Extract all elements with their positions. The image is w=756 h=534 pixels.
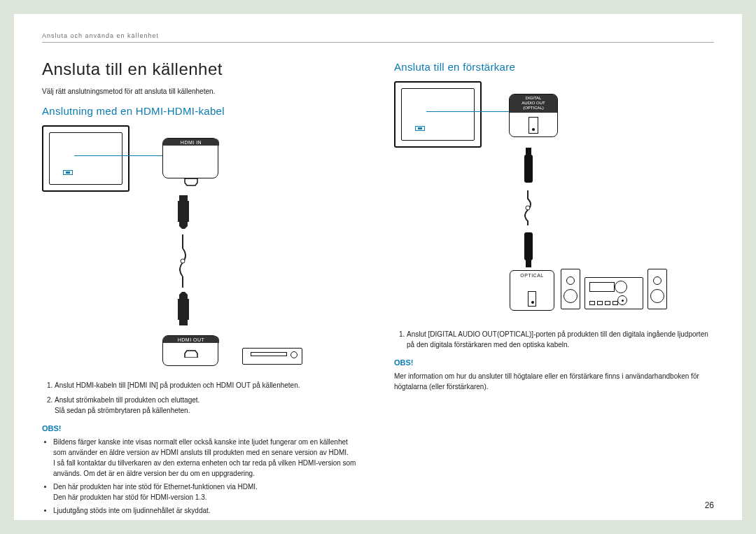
svg-point-3 xyxy=(526,206,530,210)
hdmi-plug-top-icon xyxy=(175,195,192,233)
hdmi-notes: Bildens färger kanske inte visas normalt… xyxy=(42,437,362,516)
hdmi-steps: Anslut HDMI-kabeln till [HDMI IN] på pro… xyxy=(42,380,362,416)
note-item: Den här produkten har inte stöd för Ethe… xyxy=(53,482,362,503)
svg-rect-2 xyxy=(524,155,533,183)
svg-rect-4 xyxy=(526,260,531,267)
step-item: Anslut HDMI-kabeln till [HDMI IN] på pro… xyxy=(55,380,362,391)
amp-note: Mer information om hur du ansluter till … xyxy=(394,371,714,392)
obs-heading: OBS! xyxy=(42,424,362,433)
page-title: Ansluta till en källenhet xyxy=(42,59,362,79)
speaker-icon xyxy=(561,269,580,309)
optical-plug-top-icon xyxy=(524,148,533,190)
breadcrumb: Ansluta och använda en källenhet xyxy=(42,32,714,43)
tv-icon xyxy=(42,125,130,192)
label-row: AUDIO OUT xyxy=(522,101,545,105)
optical-jack-icon xyxy=(528,291,536,307)
connection-line xyxy=(74,155,162,156)
connection-line xyxy=(426,111,510,112)
hdmi-out-port-icon: HDMI OUT xyxy=(162,335,218,366)
section-hdmi-title: Anslutning med en HDMI-HDMI-kabel xyxy=(42,105,362,117)
amplifier-icon xyxy=(584,277,643,309)
left-column: Ansluta till en källenhet Välj rätt ansl… xyxy=(42,59,362,519)
section-amp-title: Ansluta till en förstärkare xyxy=(394,61,714,73)
digital-audio-out-port-icon: DIGITAL AUDIO OUT (OPTICAL) xyxy=(509,94,558,137)
digital-audio-label: DIGITAL AUDIO OUT (OPTICAL) xyxy=(510,94,557,113)
hdmi-in-label: HDMI IN xyxy=(163,139,219,146)
optical-in-port-icon: OPTICAL xyxy=(510,270,554,311)
speaker-icon xyxy=(648,269,667,309)
optical-jack-icon xyxy=(528,117,538,134)
manual-page: Ansluta och använda en källenhet Ansluta… xyxy=(14,14,742,520)
hdmi-diagram: HDMI IN HDMI OUT xyxy=(42,125,362,370)
content-columns: Ansluta till en källenhet Välj rätt ansl… xyxy=(42,59,714,519)
right-column: Ansluta till en förstärkare DIGITAL AUDI… xyxy=(394,59,714,519)
page-number: 26 xyxy=(705,500,714,510)
tv-port-icon xyxy=(415,126,425,131)
step-item: Anslut [DIGITAL AUDIO OUT(OPTICAL)]-port… xyxy=(407,329,714,350)
hdmi-plug-bottom-icon xyxy=(175,288,192,325)
tv-icon xyxy=(394,81,482,148)
note-item: Ljudutgång stöds inte om ljudinnehållet … xyxy=(53,505,362,516)
hdmi-jack-icon xyxy=(183,178,199,190)
amplifier-system-icon xyxy=(561,269,667,309)
label-row: (OPTICAL) xyxy=(523,106,544,110)
hdmi-out-label: HDMI OUT xyxy=(163,336,219,343)
dvd-player-icon xyxy=(242,348,302,365)
svg-rect-5 xyxy=(524,232,533,260)
tv-port-icon xyxy=(63,170,73,175)
label-row: DIGITAL xyxy=(526,96,542,100)
svg-point-0 xyxy=(181,259,185,263)
amp-steps: Anslut [DIGITAL AUDIO OUT(OPTICAL)]-port… xyxy=(394,329,714,350)
optical-plug-bottom-icon xyxy=(524,225,533,267)
svg-rect-1 xyxy=(526,148,531,155)
optical-label: OPTICAL xyxy=(510,273,554,278)
hdmi-in-port-icon: HDMI IN xyxy=(162,138,218,178)
cable-icon xyxy=(524,190,532,225)
note-item: Bildens färger kanske inte visas normalt… xyxy=(53,437,362,479)
cable-icon xyxy=(179,234,187,269)
obs-heading: OBS! xyxy=(394,358,714,367)
hdmi-jack-icon xyxy=(183,346,199,360)
intro-text: Välj rätt anslutningsmetod för att anslu… xyxy=(42,87,362,95)
amp-diagram: DIGITAL AUDIO OUT (OPTICAL) OPTICAL xyxy=(394,81,714,319)
step-item: Anslut strömkabeln till produkten och el… xyxy=(55,395,362,416)
